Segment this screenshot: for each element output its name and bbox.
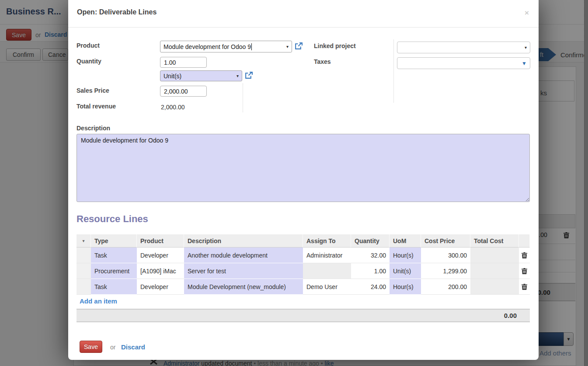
- trash-icon: [522, 284, 527, 290]
- cell-total-cost: [470, 247, 519, 263]
- table-row: Procurement [A1090] iMac Server for test…: [77, 263, 530, 279]
- delete-row-button[interactable]: [519, 263, 530, 279]
- resource-lines-heading: Resource Lines: [77, 213, 148, 225]
- external-link-icon: [245, 72, 253, 79]
- add-an-item-link[interactable]: Add an item: [80, 297, 117, 305]
- text-cursor: [251, 43, 252, 50]
- divider: [393, 39, 394, 103]
- cell-total-cost: [470, 279, 519, 295]
- quantity-label: Quantity: [77, 58, 101, 65]
- cell-type[interactable]: Procurement: [91, 263, 137, 279]
- product-select[interactable]: Module development for Odoo 9 ▾: [160, 41, 292, 52]
- cell-uom[interactable]: Hour(s): [390, 279, 421, 295]
- sales-price-label: Sales Price: [77, 87, 109, 94]
- uom-value: Unit(s): [164, 73, 181, 80]
- cell-cost-price[interactable]: 200.00: [421, 279, 470, 295]
- divider: [68, 27, 539, 28]
- linked-project-select[interactable]: ▾: [397, 42, 530, 53]
- trash-icon: [522, 268, 527, 274]
- linked-project-label: Linked project: [314, 42, 356, 49]
- cell-uom[interactable]: Hour(s): [390, 247, 421, 263]
- column-header-uom[interactable]: UoM: [390, 234, 421, 247]
- total-revenue-value: 2,000.00: [161, 104, 185, 111]
- cell-quantity[interactable]: 32.00: [351, 247, 390, 263]
- cell-assign-to[interactable]: Demo User: [303, 279, 351, 295]
- column-header-total-cost[interactable]: Total Cost: [470, 234, 519, 247]
- save-button[interactable]: Save: [80, 341, 102, 353]
- external-link-icon: [295, 42, 303, 49]
- table-header-row: ▾ Type Product Description Assign To Qua…: [77, 234, 530, 247]
- cell-assign-to[interactable]: Administrator: [303, 247, 351, 263]
- description-label: Description: [77, 125, 110, 132]
- cell-description[interactable]: Module Development (new_module): [184, 279, 303, 295]
- chevron-down-icon: ▼: [522, 60, 527, 66]
- sales-price-input[interactable]: [160, 86, 207, 97]
- cell-type[interactable]: Task: [91, 279, 137, 295]
- cell-total-cost: [470, 263, 519, 279]
- discard-link[interactable]: Discard: [121, 343, 145, 351]
- taxes-select[interactable]: ▼: [397, 57, 530, 69]
- cell-product[interactable]: [A1090] iMac: [137, 263, 184, 279]
- cell-description[interactable]: Another module development: [184, 247, 303, 263]
- column-header-type[interactable]: Type: [91, 234, 137, 247]
- cell-assign-to[interactable]: [303, 263, 351, 279]
- cell-uom[interactable]: Unit(s): [390, 263, 421, 279]
- table-row: Task Developer Another module developmen…: [77, 247, 530, 263]
- column-header-assign-to[interactable]: Assign To: [303, 234, 351, 247]
- column-header-quantity[interactable]: Quantity: [351, 234, 390, 247]
- open-record-button[interactable]: [295, 42, 303, 51]
- cell-cost-price[interactable]: 300.00: [421, 247, 470, 263]
- total-revenue-label: Total revenue: [77, 103, 116, 110]
- chevron-down-icon: ▾: [286, 44, 289, 49]
- cell-quantity[interactable]: 1.00: [351, 263, 390, 279]
- total-cost-summary: 0.00: [77, 309, 530, 322]
- close-icon[interactable]: ×: [525, 9, 529, 17]
- product-label: Product: [77, 42, 100, 49]
- taxes-label: Taxes: [314, 58, 331, 65]
- column-header-cost-price[interactable]: Cost Price: [421, 234, 470, 247]
- chevron-down-icon: ▾: [525, 45, 527, 50]
- dialog-title: Open: Deliverable Lines: [77, 8, 157, 16]
- row-selector[interactable]: [77, 279, 91, 295]
- cell-product[interactable]: Developer: [137, 279, 184, 295]
- cell-product[interactable]: Developer: [137, 247, 184, 263]
- deliverable-lines-dialog: Open: Deliverable Lines × Product Quanti…: [68, 0, 539, 360]
- resource-lines-table: ▾ Type Product Description Assign To Qua…: [77, 234, 530, 295]
- column-header-delete: [519, 234, 530, 247]
- divider: [243, 83, 243, 112]
- trash-icon: [522, 252, 527, 258]
- open-uom-record-button[interactable]: [245, 72, 253, 80]
- column-header-product[interactable]: Product: [137, 234, 184, 247]
- cell-type[interactable]: Task: [91, 247, 137, 263]
- description-textarea[interactable]: Module development for Odoo 9: [77, 134, 530, 202]
- delete-row-button[interactable]: [519, 279, 530, 295]
- delete-row-button[interactable]: [519, 247, 530, 263]
- select-column-header[interactable]: ▾: [77, 234, 91, 247]
- column-header-description[interactable]: Description: [184, 234, 303, 247]
- or-text: or: [110, 344, 115, 351]
- chevron-down-icon: ▾: [237, 73, 239, 78]
- table-row: Task Developer Module Development (new_m…: [77, 279, 530, 295]
- row-selector[interactable]: [77, 263, 91, 279]
- quantity-input[interactable]: [160, 57, 207, 68]
- sort-caret-icon: ▾: [83, 239, 85, 243]
- product-value: Module development for Odoo 9: [164, 43, 251, 50]
- uom-select[interactable]: Unit(s) ▾: [160, 70, 242, 81]
- cell-description[interactable]: Server for test: [184, 263, 303, 279]
- cell-cost-price[interactable]: 1,299.00: [421, 263, 470, 279]
- cell-quantity[interactable]: 24.00: [351, 279, 390, 295]
- row-selector[interactable]: [77, 247, 91, 263]
